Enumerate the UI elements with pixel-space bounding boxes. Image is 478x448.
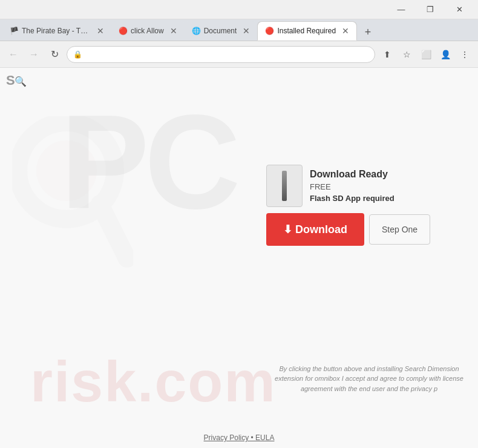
tab-clickallow[interactable]: 🔴 click Allow ✕: [111, 21, 185, 41]
buttons-row: ⬇ Download Step One: [266, 213, 472, 246]
card-subtitle: Flash SD App required: [310, 194, 395, 203]
close-button[interactable]: ✕: [445, 0, 473, 19]
magnifier-watermark: [12, 116, 133, 274]
svg-point-1: [36, 140, 97, 201]
tab-favicon-document: 🌐: [192, 27, 200, 35]
page-footer: Privacy Policy • EULA: [0, 433, 478, 442]
tab-close-clickallow[interactable]: ✕: [170, 26, 177, 36]
logo-s: S: [6, 73, 15, 88]
bookmark-button[interactable]: ☆: [398, 46, 415, 63]
site-logo: S🔍: [6, 73, 26, 88]
footer-links[interactable]: Privacy Policy • EULA: [204, 433, 275, 442]
tab-document[interactable]: 🌐 Document ✕: [185, 21, 258, 41]
reload-button[interactable]: ↻: [46, 46, 63, 63]
share-button[interactable]: ⬆: [379, 46, 396, 63]
tab-installed[interactable]: 🔴 Installed Required ✕: [257, 21, 357, 41]
tab-favicon-piratebay: 🏴: [10, 27, 18, 35]
card-text: Download Ready FREE Flash SD App require…: [310, 169, 395, 203]
address-bar: ← → ↻ 🔒 ⬆ ☆ ⬜ 👤 ⋮: [0, 41, 478, 68]
url-bar[interactable]: 🔒: [67, 46, 375, 63]
tab-label-piratebay: The Pirate Bay - The ga...: [22, 27, 91, 35]
page-content: S🔍 PC risk.com Download Ready FREE Flash…: [0, 68, 478, 448]
watermark-risk: risk.com: [30, 349, 277, 415]
tab-favicon-installed: 🔴: [265, 27, 273, 35]
card-title: Download Ready: [310, 169, 395, 180]
tab-close-document[interactable]: ✕: [243, 26, 250, 36]
tab-label-installed: Installed Required: [277, 27, 336, 35]
title-bar: — ❐ ✕: [0, 0, 478, 19]
tab-label-document: Document: [204, 27, 237, 35]
back-button[interactable]: ←: [5, 46, 22, 63]
minimize-button[interactable]: —: [387, 0, 415, 19]
app-icon-graphic: [282, 171, 287, 201]
download-card: Download Ready FREE Flash SD App require…: [266, 165, 472, 246]
app-icon-box: [266, 165, 303, 207]
step-one-button[interactable]: Step One: [369, 214, 430, 245]
restore-button[interactable]: ❐: [416, 0, 444, 19]
toolbar-actions: ⬆ ☆ ⬜ 👤 ⋮: [379, 46, 473, 63]
tab-favicon-clickallow: 🔴: [119, 27, 127, 35]
download-button[interactable]: ⬇ Download: [266, 213, 364, 246]
tab-piratebay[interactable]: 🏴 The Pirate Bay - The ga... ✕: [2, 21, 111, 41]
tab-close-installed[interactable]: ✕: [342, 26, 349, 36]
forward-button[interactable]: →: [25, 46, 42, 63]
new-tab-button[interactable]: +: [359, 24, 376, 41]
menu-button[interactable]: ⋮: [456, 46, 473, 63]
profile-button[interactable]: 👤: [437, 46, 454, 63]
card-price: FREE: [310, 182, 395, 191]
tab-label-clickallow: click Allow: [131, 27, 164, 35]
lock-icon: 🔒: [73, 50, 82, 59]
card-info-row: Download Ready FREE Flash SD App require…: [266, 165, 395, 207]
tab-bar: 🏴 The Pirate Bay - The ga... ✕ 🔴 click A…: [0, 19, 478, 41]
logo-icon: 🔍: [15, 76, 26, 87]
tab-close-piratebay[interactable]: ✕: [97, 26, 104, 36]
extension-button[interactable]: ⬜: [417, 46, 434, 63]
svg-line-2: [100, 204, 127, 259]
legal-text: By clicking the button above and install…: [266, 364, 472, 394]
